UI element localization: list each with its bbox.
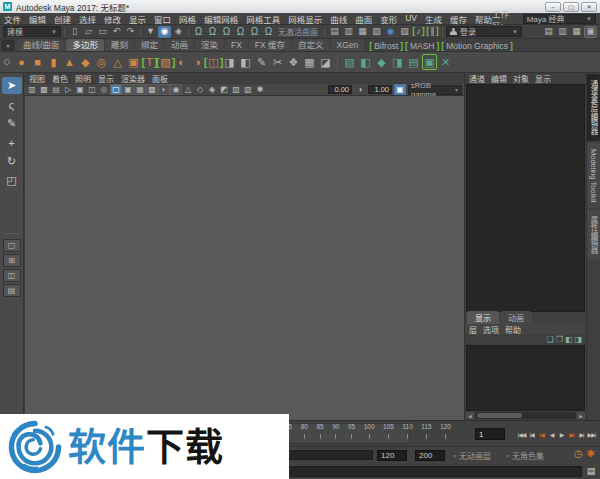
combine-icon[interactable]: ◫ — [206, 54, 221, 70]
image-plane-icon[interactable]: ▣ — [74, 84, 86, 95]
select-tool[interactable]: ➤ — [2, 77, 22, 94]
layer-menu-item[interactable]: 层 — [469, 324, 477, 335]
menu-item[interactable]: 窗口 — [154, 13, 171, 25]
render-sequence-icon[interactable]: ∥ — [426, 26, 439, 38]
persp-outliner-layout-button[interactable]: ◫ — [3, 269, 21, 282]
color-management-icon[interactable]: ▣ — [394, 84, 406, 95]
launch-render-view-icon[interactable]: ♪ — [412, 26, 425, 38]
panel-menu-item[interactable]: 着色 — [52, 73, 68, 84]
step-forward-frame-button[interactable]: ▶| — [577, 428, 586, 440]
menu-item[interactable]: 网格工具 — [246, 13, 280, 25]
layer-editor-tab[interactable]: 显示 — [467, 311, 499, 324]
use-all-lights-icon[interactable]: ▩ — [146, 84, 158, 95]
two-d-pan-zoom-icon[interactable]: ◫ — [86, 84, 98, 95]
step-forward-key-button[interactable]: ▶| — [567, 428, 576, 440]
panel-menu-item[interactable]: 面板 — [152, 73, 168, 84]
add-divisions-icon[interactable]: ◧ — [358, 54, 373, 70]
outliner-layout-button[interactable]: ▤ — [3, 284, 21, 297]
current-frame-field[interactable]: 1 — [475, 428, 505, 440]
lock-camera-icon[interactable]: ▩ — [38, 84, 50, 95]
construction-history-output-icon[interactable]: ▥ — [342, 26, 355, 38]
channel-box-area[interactable] — [466, 84, 585, 312]
make-object-live-icon[interactable]: Ω — [262, 26, 275, 38]
menu-item[interactable]: 创建 — [54, 13, 71, 25]
lasso-tool[interactable]: ς — [2, 96, 22, 113]
channel-box-menu-item[interactable]: 通道 — [469, 73, 485, 84]
extrude-icon[interactable]: ▣ — [422, 54, 437, 70]
menu-item[interactable]: 曲面 — [355, 13, 372, 25]
shaded-mode-icon[interactable]: ▣ — [122, 84, 134, 95]
multi-cut-icon[interactable]: ✂ — [270, 54, 285, 70]
raise-modeling-toolkit-icon[interactable]: ▣ — [584, 26, 597, 38]
shelf-collapse-button[interactable]: ▾ — [2, 40, 14, 50]
construction-history-toggle-icon[interactable]: ▦ — [356, 26, 369, 38]
shelf-tab[interactable]: XGen — [331, 39, 365, 51]
playback-end-field[interactable]: 120 — [377, 450, 407, 461]
channel-box-menu-item[interactable]: 编辑 — [491, 73, 507, 84]
sidebar-vertical-tab[interactable]: Modeling Toolkit — [587, 143, 600, 209]
anim-layer-select[interactable]: ▼ 无动画层 — [452, 450, 491, 461]
menu-item[interactable]: 修改 — [104, 13, 121, 25]
snap-to-projected-center-icon[interactable]: Ω — [234, 26, 247, 38]
shelf-tab[interactable]: 自定义 — [292, 39, 330, 51]
render-settings-icon[interactable]: ▨ — [398, 26, 411, 38]
menu-item[interactable]: 选择 — [79, 13, 96, 25]
polygon-cylinder-icon[interactable]: ▮ — [46, 54, 61, 70]
menu-item[interactable]: 网格 — [179, 13, 196, 25]
single-pane-layout-button[interactable]: ▢ — [3, 239, 21, 252]
play-forwards-button[interactable]: ▶ — [557, 428, 566, 440]
menu-item[interactable]: 帮助 — [475, 13, 492, 25]
polygon-pipe-icon[interactable]: ▣ — [126, 54, 141, 70]
create-empty-layer-icon[interactable]: ❏ — [547, 335, 554, 344]
script-editor-icon[interactable]: ▤ — [585, 465, 597, 477]
step-back-frame-button[interactable]: |◀ — [527, 428, 536, 440]
viewport-canvas[interactable] — [24, 96, 464, 420]
paint-select-tool[interactable]: ✎ — [2, 115, 22, 132]
target-weld-icon[interactable]: ❖ — [286, 54, 301, 70]
select-hierarchy-icon[interactable]: ▼ — [144, 26, 157, 38]
camera-attributes-icon[interactable]: ▤ — [50, 84, 62, 95]
undo-icon[interactable]: ↶ — [110, 26, 123, 38]
step-back-key-button[interactable]: |◀ — [537, 428, 546, 440]
depth-of-field-icon[interactable]: ◈ — [206, 84, 218, 95]
move-to-layer-icon[interactable]: ◧ — [565, 335, 573, 344]
raise-tool-settings-icon[interactable]: ▥ — [556, 26, 569, 38]
shelf-tab[interactable]: 雕刻 — [105, 39, 134, 51]
save-scene-icon[interactable]: ▭ — [96, 26, 109, 38]
polygon-plane-icon[interactable]: ◆ — [78, 54, 93, 70]
scroll-left-icon[interactable]: ◀ — [466, 412, 474, 419]
multisample-icon[interactable]: ◇ — [194, 84, 206, 95]
shelf-tab[interactable]: 渲染 — [195, 39, 224, 51]
channel-box-menu-item[interactable]: 对象 — [513, 73, 529, 84]
shelf-tab[interactable]: 绑定 — [135, 39, 164, 51]
menu-item[interactable]: 编辑 — [29, 13, 46, 25]
layer-scrollbar[interactable]: ◀ ▶ — [465, 411, 586, 420]
menu-item[interactable]: 文件 — [4, 13, 21, 25]
isolate-select-icon[interactable]: ◩ — [218, 84, 230, 95]
menu-item[interactable]: 网格显示 — [288, 13, 322, 25]
textured-mode-icon[interactable]: ▦ — [134, 84, 146, 95]
snap-to-grid-icon[interactable]: Ω — [192, 26, 205, 38]
exposure-field[interactable]: 0.00 — [328, 85, 352, 94]
sign-in-select[interactable]: 登录 ▼ — [446, 26, 522, 37]
menu-item[interactable]: UV — [405, 13, 417, 25]
animation-end-field[interactable]: 200 — [415, 450, 445, 461]
select-component-icon[interactable]: ◈ — [172, 26, 185, 38]
menu-set-select[interactable]: 建模 ▼ — [3, 26, 61, 37]
raise-channel-box-icon[interactable]: ▦ — [570, 26, 583, 38]
shelf-tab-bracketed[interactable]: Motion Graphics — [440, 41, 514, 51]
panel-menu-item[interactable]: 照明 — [75, 73, 91, 84]
bevel-icon[interactable]: ◨ — [390, 54, 405, 70]
render-icon[interactable]: ▧ — [370, 26, 383, 38]
scrollbar-thumb[interactable] — [477, 413, 522, 418]
panel-menu-item[interactable]: 显示 — [98, 73, 114, 84]
exposure-gear-icon[interactable]: ✱ — [254, 84, 266, 95]
go-to-start-button[interactable]: |◀◀ — [517, 428, 526, 440]
move-tool[interactable]: + — [2, 134, 22, 151]
menu-item[interactable]: 编辑网格 — [204, 13, 238, 25]
screen-space-ao-icon[interactable]: ◉ — [170, 84, 182, 95]
ipr-render-icon[interactable]: ◉ — [384, 26, 397, 38]
new-scene-icon[interactable]: ▯ — [68, 26, 81, 38]
shelf-tab[interactable]: 曲线/曲面 — [17, 39, 65, 51]
select-camera-icon[interactable]: ▥ — [26, 84, 38, 95]
